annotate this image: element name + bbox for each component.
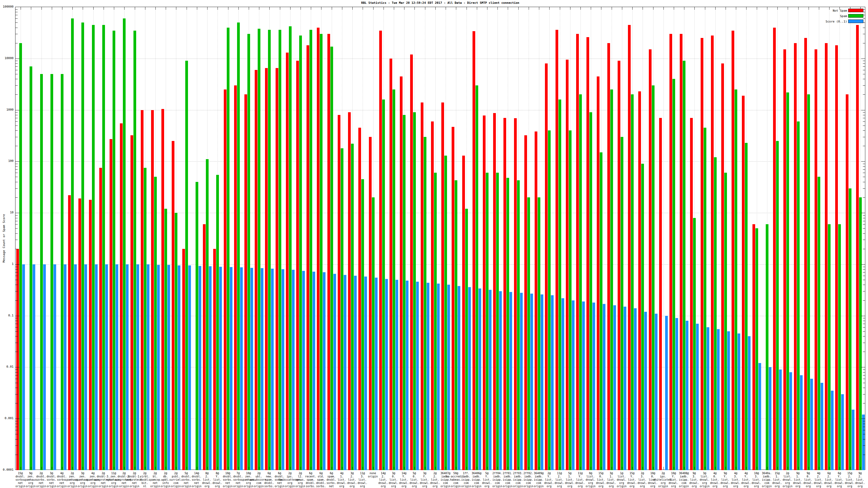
y-tick-minor-right: [863, 369, 865, 370]
x-tick-label-line: 2ff02.: [524, 472, 533, 475]
x-tick-top: [663, 7, 664, 10]
chart-title: RBL Statistics - Tue Mar 28 12:59:24 EDT…: [361, 1, 520, 5]
bar-not-spam: [690, 118, 693, 470]
y-tick-major-right: [861, 264, 865, 265]
bar-score: [396, 280, 398, 470]
x-tick-label-line: net: [182, 482, 191, 485]
x-tick-label-line: l2.: [296, 475, 305, 478]
x-tick-label-line: origin: [679, 485, 689, 488]
x-tick-label-line: dnswl.: [855, 482, 865, 485]
x-tick-label-line: net: [46, 482, 56, 485]
bar-spam: [403, 115, 405, 470]
y-tick-minor-right: [863, 269, 865, 269]
bar-not-spam: [566, 60, 568, 470]
y-tick-minor-left: [16, 43, 18, 43]
x-tick-label-line: origin: [524, 485, 533, 488]
x-tick-label: 36406@iadb.isipp.comorigin: [472, 472, 482, 488]
x-tick-label-line: isipp.: [524, 478, 533, 482]
x-tick-label-line: list.: [731, 478, 741, 482]
x-tick-label: 2@db.wpbl.infoorigin: [161, 472, 170, 488]
bar-spam: [92, 25, 95, 470]
y-tick-major-right: [861, 59, 865, 59]
x-tick-label-line: origin: [503, 485, 513, 488]
x-tick-label: 3@2.list.dnswl.orgorigin: [347, 472, 357, 488]
bar-spam: [40, 74, 43, 470]
x-tick-label-line: dnswl.: [378, 482, 388, 485]
bar-spam: [797, 122, 800, 470]
bar-spam: [838, 224, 841, 470]
y-tick-minor-left: [16, 169, 18, 170]
x-tick-bottom: [93, 467, 94, 469]
x-tick-label-line: dnsbl.: [140, 478, 150, 482]
x-tick-label-line: dnswl.: [772, 482, 782, 485]
legend-label-spam: Spam: [840, 14, 847, 18]
bar-not-spam: [742, 96, 745, 470]
x-tick-label-line: spamcop.: [149, 478, 162, 482]
bar-score: [167, 265, 170, 470]
x-tick-bottom: [736, 467, 736, 469]
x-tick-bottom: [798, 467, 799, 469]
x-tick-bottom: [705, 467, 705, 469]
x-tick-label-line: 9@: [803, 472, 813, 475]
x-tick-label-line: surriel.: [169, 478, 182, 482]
y-tick-minor-left: [16, 126, 18, 126]
x-tick-label-line: 2@: [430, 472, 440, 475]
x-tick-label-line: org: [803, 485, 813, 488]
x-tick-top: [487, 7, 488, 10]
x-tick-top: [383, 7, 384, 10]
x-tick-bottom: [477, 467, 477, 469]
x-tick-label-line: dnsbl.: [223, 475, 232, 478]
bar-spam: [610, 90, 613, 470]
y-tick-minor-right: [863, 173, 865, 173]
x-tick-label: 5@dnsbl.sorbs.netorigin: [182, 472, 191, 488]
bar-score: [74, 264, 77, 470]
bar-score: [323, 272, 326, 470]
bar-spam: [185, 61, 188, 470]
x-tick-label-line: 2.: [430, 475, 440, 478]
x-tick-label-line: dnswl.: [617, 478, 627, 482]
legend-swatch-score: [848, 20, 863, 23]
bar-score: [282, 269, 284, 470]
x-tick-label-line: nl: [140, 485, 150, 488]
bar-spam: [82, 23, 84, 470]
bar-spam: [61, 74, 63, 470]
y-tick-minor-left: [16, 221, 18, 221]
x-tick-bottom: [269, 467, 270, 469]
bar-score: [416, 282, 419, 470]
x-tick-label-line: 9@: [855, 472, 865, 475]
bar-score: [707, 327, 709, 470]
x-tick-label-line: dnswl.: [575, 482, 585, 485]
x-tick-label: 5@Y.list.dnswl.orgorigin: [482, 472, 492, 488]
x-tick-label-line: 1@: [617, 472, 627, 475]
x-tick-bottom: [72, 467, 73, 469]
bar-spam: [123, 19, 126, 470]
bar-spam: [579, 94, 582, 470]
bar-spam: [19, 43, 22, 470]
x-tick-label: 5@1.list.dnswl.orgorigin: [565, 472, 575, 488]
x-tick-label-line: org: [741, 485, 751, 488]
x-tick-label: 2@list.dnswl.orgorigin: [782, 472, 792, 488]
bar-score: [54, 264, 56, 470]
x-tick-label-line: org: [772, 485, 782, 488]
x-tick-label-line: dnswl.: [544, 482, 554, 485]
x-tick-label: 15@2.list.dnswl.orgorigin: [845, 472, 855, 488]
x-tick-label-line: dnswl.: [793, 482, 803, 485]
bar-score: [219, 267, 222, 470]
y-tick-minor-right: [863, 424, 865, 424]
x-tick-label-line: dnsbl.: [305, 482, 316, 485]
x-tick-label-line: com: [492, 482, 502, 485]
bar-spam: [496, 173, 499, 470]
bar-not-spam: [369, 137, 372, 470]
bar-score: [95, 264, 98, 470]
x-tick-bottom: [114, 467, 114, 469]
x-tick-bottom: [363, 467, 363, 469]
x-tick-label-line: dnsbl.: [182, 475, 191, 478]
x-tick-label-line: dnswl.: [554, 482, 564, 485]
bar-spam: [351, 144, 354, 470]
x-tick-bottom: [342, 467, 342, 469]
bar-not-spam: [846, 94, 848, 470]
y-tick-minor-left: [16, 375, 18, 376]
y-tick-minor-left: [16, 9, 18, 10]
x-tick-label-line: dnswl.: [565, 482, 575, 485]
bar-score: [364, 276, 367, 470]
